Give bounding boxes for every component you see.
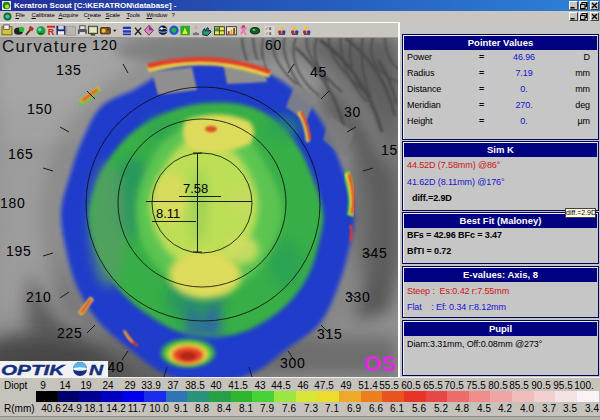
svg-text:60: 60 (265, 38, 282, 53)
svg-text:225: 225 (57, 325, 82, 341)
svg-text:180: 180 (0, 195, 25, 211)
svg-text:✓a: ✓a (265, 31, 272, 36)
svg-text:8.11: 8.11 (156, 206, 180, 221)
svg-text:210: 210 (26, 289, 51, 305)
svg-text:15: 15 (381, 142, 398, 158)
svg-text:OPTIK: OPTIK (1, 362, 66, 377)
svg-text:N: N (89, 361, 104, 377)
svg-text:315: 315 (317, 326, 342, 342)
svg-text:R: R (48, 27, 55, 37)
svg-text:120: 120 (92, 38, 117, 53)
svg-text:Curvature: Curvature (2, 38, 88, 56)
svg-text:345: 345 (362, 245, 387, 261)
svg-text:OS: OS (364, 351, 397, 376)
svg-text:45: 45 (310, 64, 327, 80)
svg-text:30: 30 (344, 104, 361, 120)
svg-text:330: 330 (345, 289, 370, 305)
svg-text:135: 135 (56, 62, 81, 78)
svg-text:150: 150 (27, 101, 52, 117)
svg-text:195: 195 (6, 243, 31, 259)
svg-text:165: 165 (8, 146, 33, 162)
svg-text:7.58: 7.58 (183, 181, 208, 196)
